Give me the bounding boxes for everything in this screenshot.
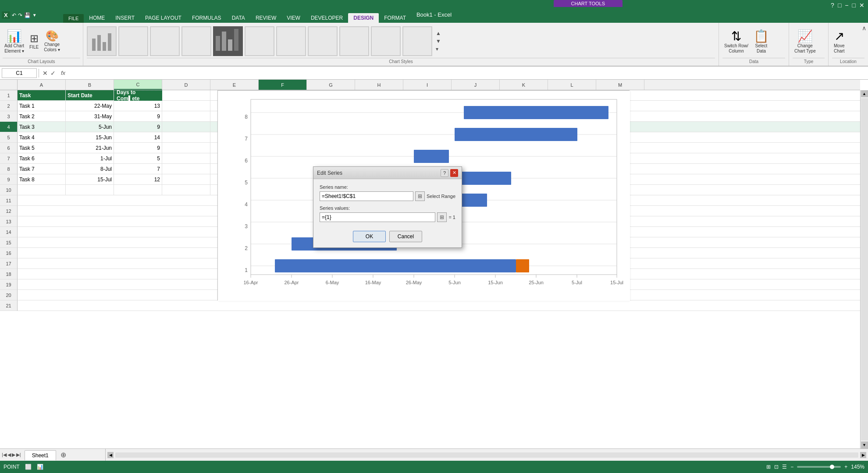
series-values-range-btn[interactable]: ⊞ [437,212,447,222]
cell-b6[interactable]: 21-Jun [66,143,114,153]
cell-a8[interactable]: Task 7 [18,164,66,174]
chart-style-5-active[interactable] [213,26,243,56]
change-chart-type-btn[interactable]: 📈 ChangeChart Type [793,27,818,56]
col-header-j[interactable]: J [452,80,500,90]
cell-b4[interactable]: 5-Jun [66,122,114,132]
dialog-cancel-btn[interactable]: Cancel [389,231,422,242]
cell-d1[interactable] [162,90,210,101]
styles-scroll-up[interactable]: ▲ [436,30,441,36]
chart-style-8[interactable] [308,26,338,56]
cell-a3[interactable]: Task 2 [18,111,66,122]
row-num-6[interactable]: 6 [0,143,18,153]
save-btn[interactable]: 💾 [24,12,31,18]
cell-b7[interactable]: 1-Jul [66,153,114,164]
qat-more[interactable]: ▼ [32,13,37,18]
vertical-scrollbar[interactable]: ▲ ▼ [860,90,868,448]
zoom-in-btn[interactable]: + [844,464,847,470]
cell-c9[interactable]: 12 [114,174,162,185]
chart-style-10[interactable] [371,26,401,56]
cell-a2[interactable]: Task 1 [18,101,66,111]
col-header-f[interactable]: F [259,80,307,90]
maximize-btn[interactable]: □ [852,2,856,9]
cell-b8[interactable]: 8-Jul [66,164,114,174]
cell-c5[interactable]: 14 [114,132,162,143]
sheet-nav-prev[interactable]: ◀ [7,452,11,458]
view-layout-btn[interactable]: ⊡ [774,464,779,470]
tab-home[interactable]: HOME [84,13,110,23]
cell-c8[interactable]: 7 [114,164,162,174]
quick-layout-btn[interactable]: ⊞ FILE [28,31,40,52]
row-num-3[interactable]: 3 [0,111,18,122]
chart-style-1[interactable] [87,26,117,56]
cell-b9[interactable]: 15-Jul [66,174,114,185]
scroll-down-btn[interactable]: ▼ [861,441,868,448]
tab-insert[interactable]: INSERT [110,13,140,23]
tab-review[interactable]: REVIEW [250,13,281,23]
view-normal-btn[interactable]: ⊞ [766,464,771,470]
close-btn[interactable]: ✕ [859,2,864,9]
zoom-out-btn[interactable]: − [790,464,793,470]
scroll-track[interactable] [861,98,868,441]
tab-developer[interactable]: DEVELOPER [306,13,348,23]
styles-scroll-down[interactable]: ▼ [436,38,441,44]
tab-page-layout[interactable]: PAGE LAYOUT [140,13,187,23]
zoom-slider[interactable] [797,466,841,468]
cell-b2[interactable]: 22-May [66,101,114,111]
tab-design[interactable]: DESIGN [348,13,379,23]
tab-file[interactable]: FILE [63,14,84,23]
sheet-nav-next[interactable]: ▶ [12,452,15,458]
cell-b3[interactable]: 31-May [66,111,114,122]
move-chart-btn[interactable]: ↗ MoveChart [832,27,846,56]
styles-dropdown[interactable]: ▾ [436,46,441,52]
name-box[interactable]: C1 [2,68,37,78]
sheet-nav-first[interactable]: |◀ [2,452,7,458]
tab-data[interactable]: DATA [227,13,250,23]
switch-row-col-btn[interactable]: ⇅ Switch Row/Column [722,27,750,56]
chart-style-6[interactable] [245,26,274,56]
cell-a1[interactable]: Task [18,90,66,101]
col-header-b[interactable]: B [66,80,114,90]
tab-formulas[interactable]: FORMULAS [187,13,227,23]
cell-a7[interactable]: Task 6 [18,153,66,164]
row-num-9[interactable]: 9 [0,174,18,185]
col-header-c[interactable]: C [114,80,162,90]
row-num-7[interactable]: 7 [0,153,18,164]
minimize-btn[interactable]: − [845,2,848,9]
chart-style-2[interactable] [118,26,148,56]
h-scroll-track[interactable] [115,452,858,458]
dialog-close-btn[interactable]: ✕ [450,169,458,177]
col-header-i[interactable]: I [403,80,452,90]
help-btn[interactable]: ? [831,2,834,9]
row-num-5[interactable]: 5 [0,132,18,143]
scroll-up-btn[interactable]: ▲ [861,90,868,97]
cell-a5[interactable]: Task 4 [18,132,66,143]
tab-format[interactable]: FORMAT [379,13,411,23]
formula-input[interactable] [69,70,866,76]
tab-view[interactable]: VIEW [281,13,306,23]
cell-a4[interactable]: Task 3 [18,122,66,132]
restore-btn[interactable]: □ [838,2,841,9]
col-header-m[interactable]: M [596,80,644,90]
sheet-tab-sheet1[interactable]: Sheet1 [25,450,56,460]
col-header-g[interactable]: G [307,80,355,90]
ribbon-collapse-btn[interactable]: ∧ [862,25,866,32]
cancel-formula-btn[interactable]: ✕ [43,70,48,77]
view-break-btn[interactable]: ☰ [782,464,787,470]
select-data-btn[interactable]: 📋 SelectData [752,27,771,56]
undo-btn[interactable]: ↶ [12,12,16,18]
chart-style-9[interactable] [339,26,369,56]
cell-c4[interactable]: 9 [114,122,162,132]
col-header-l[interactable]: L [548,80,596,90]
select-range-label[interactable]: Select Range [427,194,455,199]
dialog-titlebar[interactable]: Edit Series ? ✕ [313,167,462,179]
cell-b5[interactable]: 15-Jun [66,132,114,143]
change-colors-btn[interactable]: 🎨 ChangeColors ▾ [42,28,62,54]
add-sheet-btn[interactable]: ⊕ [58,451,69,459]
cell-c2[interactable]: 13 [114,101,162,111]
cell-a6[interactable]: Task 5 [18,143,66,153]
row-num-2[interactable]: 2 [0,101,18,111]
add-chart-element-btn[interactable]: 📊 Add ChartElement ▾ [3,27,26,56]
chart-style-4[interactable] [181,26,211,56]
cell-c6[interactable]: 9 [114,143,162,153]
sheet-nav-last[interactable]: ▶| [16,452,21,458]
